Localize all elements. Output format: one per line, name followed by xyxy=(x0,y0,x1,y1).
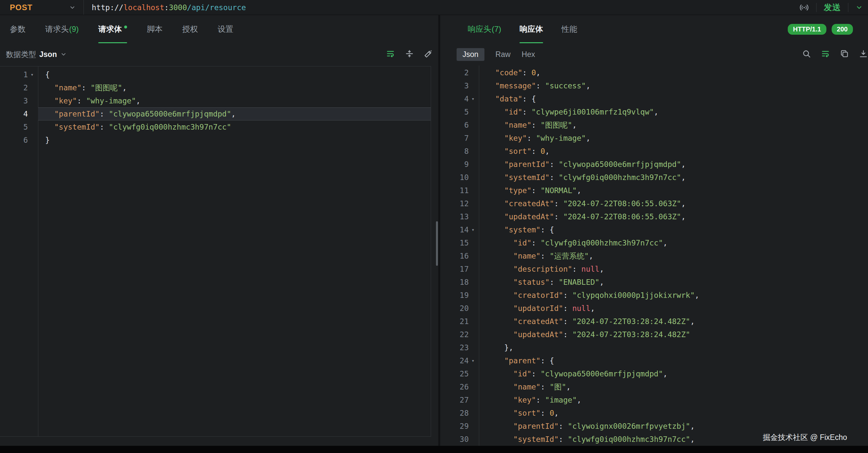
format-tab-json[interactable]: Json xyxy=(457,48,485,61)
code-line: 21 "createdAt": "2024-07-22T03:28:24.482… xyxy=(440,315,868,328)
fold-caret-icon[interactable]: ▾ xyxy=(29,68,35,81)
watermark: 掘金技术社区 @ FixEcho xyxy=(763,432,847,443)
format-tab-raw[interactable]: Raw xyxy=(496,50,510,59)
signal-icon[interactable] xyxy=(799,3,809,12)
tab-脚本[interactable]: 脚本 xyxy=(147,15,162,43)
response-body-viewer[interactable]: 2 "code": 0,3 "message": "success",4▾ "d… xyxy=(440,65,868,446)
code-text: "updatedAt": "2024-07-22T03:28:24.482Z" xyxy=(479,328,868,341)
line-gutter: 2 xyxy=(0,81,38,94)
code-text: "name": "图图呢", xyxy=(38,81,431,94)
topbar: POST http://localhost:3000/api/resource … xyxy=(0,0,868,15)
method-selector[interactable]: POST xyxy=(0,0,84,15)
datatype-selector[interactable]: 数据类型 Json xyxy=(6,50,67,60)
tab-参数[interactable]: 参数 xyxy=(10,15,26,43)
bottom-strip xyxy=(0,446,868,453)
code-text: "code": 0, xyxy=(479,66,868,79)
fold-caret-icon[interactable]: ▾ xyxy=(470,223,476,236)
tab-性能[interactable]: 性能 xyxy=(561,15,577,43)
scrollbar-thumb[interactable] xyxy=(436,221,438,266)
code-text: "systemId": "clywfg0iq000hzhmc3h97n7cc", xyxy=(479,171,868,184)
code-text: "sort": 0, xyxy=(479,407,868,420)
line-gutter: 10 xyxy=(440,171,479,184)
send-options-chevron-icon[interactable] xyxy=(856,4,863,11)
line-gutter: 5 xyxy=(0,121,38,134)
status-badge: HTTP/1.1 xyxy=(788,24,827,35)
line-number: 21 xyxy=(460,315,469,328)
line-number: 1 xyxy=(23,68,28,81)
line-number: 17 xyxy=(460,262,469,276)
response-panel: 响应头(7)响应体性能HTTP/1.1200 JsonRawHex 2 xyxy=(440,15,868,446)
tab-请求头[interactable]: 请求头(9) xyxy=(45,15,79,43)
code-text: } xyxy=(38,134,431,147)
format-wand-icon[interactable] xyxy=(424,49,433,60)
line-number: 2 xyxy=(464,66,469,79)
line-gutter: 20 xyxy=(440,302,479,315)
code-line: 25 "id": "clywopa65000e6mrfjpjqmdpd", xyxy=(440,367,868,380)
code-line: 18 "status": "ENABLED", xyxy=(440,276,868,289)
line-number: 3 xyxy=(464,79,469,92)
fold-caret-icon[interactable]: ▾ xyxy=(470,92,476,105)
code-text: "id": "clywpe6ji00106mrfz1q9vlqw", xyxy=(479,105,868,119)
line-gutter: 3 xyxy=(440,79,479,92)
code-text: "createdAt": "2024-07-22T08:06:55.063Z", xyxy=(479,197,868,210)
line-gutter: 30 xyxy=(440,433,479,446)
url-part-port: 3000 xyxy=(169,3,187,12)
code-line: 22 "updatedAt": "2024-07-22T03:28:24.482… xyxy=(440,328,868,341)
request-body-editor[interactable]: 1▾{2 "name": "图图呢",3 "key": "why-image",… xyxy=(0,66,431,436)
collapse-lines-icon[interactable] xyxy=(405,49,414,60)
line-gutter: 1▾ xyxy=(0,68,38,81)
code-line: 28 "sort": 0, xyxy=(440,407,868,420)
code-line: 16 "name": "运营系统", xyxy=(440,250,868,262)
line-number: 13 xyxy=(460,210,469,223)
tab-响应体[interactable]: 响应体 xyxy=(520,15,543,43)
code-text: "system": { xyxy=(479,223,868,236)
wrap-text-icon[interactable] xyxy=(386,49,395,60)
wrap-text-icon[interactable] xyxy=(821,49,830,60)
line-gutter: 11 xyxy=(440,184,479,197)
code-text: "createdAt": "2024-07-22T03:28:24.482Z", xyxy=(479,315,868,328)
line-gutter: 9 xyxy=(440,158,479,171)
url-input[interactable]: http://localhost:3000/api/resource xyxy=(84,0,799,15)
download-icon[interactable] xyxy=(859,49,868,60)
line-gutter: 22 xyxy=(440,328,479,341)
format-tab-hex[interactable]: Hex xyxy=(522,50,535,59)
code-line: 29 "parentId": "clywoignx00026mrfpvyetzb… xyxy=(440,420,868,433)
send-button[interactable]: 发送 xyxy=(824,2,841,13)
code-line: 6} xyxy=(0,134,431,147)
line-gutter: 6 xyxy=(0,134,38,147)
response-format-tabs: JsonRawHex xyxy=(457,48,535,61)
code-text: "key": "why-image", xyxy=(479,132,868,145)
code-text: "parentId": "clywopa65000e6mrfjpjqmdpd", xyxy=(479,158,868,171)
line-number: 10 xyxy=(460,171,469,184)
code-text: "parentId": "clywopa65000e6mrfjpjqmdpd", xyxy=(38,107,431,121)
search-icon[interactable] xyxy=(802,49,811,60)
code-line: 1▾{ xyxy=(0,68,431,81)
code-text: "updatorId": null, xyxy=(479,302,868,315)
line-gutter: 8 xyxy=(440,145,479,158)
status-badge: 200 xyxy=(832,24,853,35)
line-number: 28 xyxy=(460,407,469,420)
line-number: 18 xyxy=(460,276,469,289)
line-number: 14 xyxy=(460,223,469,236)
code-text: "systemId": "clywfg0iq000hzhmc3h97n7cc" xyxy=(38,121,431,134)
line-gutter: 4 xyxy=(0,107,38,121)
tab-请求体[interactable]: 请求体 xyxy=(98,15,127,43)
line-number: 6 xyxy=(23,134,28,147)
fold-caret-icon[interactable]: ▾ xyxy=(470,354,476,367)
tab-设置[interactable]: 设置 xyxy=(217,15,233,43)
request-panel: 参数请求头(9)请求体脚本授权设置 数据类型 Json xyxy=(0,15,438,446)
code-line: 17 "description": null, xyxy=(440,262,868,276)
code-text: "parentId": "clywoignx00026mrfpvyetzbj", xyxy=(479,420,868,433)
code-line: 2 "code": 0, xyxy=(440,66,868,79)
code-line: 19 "creatorId": "clypqohxi0000p1jjokixrw… xyxy=(440,289,868,302)
line-number: 7 xyxy=(464,132,469,145)
code-text: "data": { xyxy=(479,92,868,105)
status-badges: HTTP/1.1200 xyxy=(788,15,853,43)
code-text: "creatorId": "clypqohxi0000p1jjokixrwrk"… xyxy=(479,289,868,302)
line-gutter: 27 xyxy=(440,393,479,407)
tab-响应头[interactable]: 响应头(7) xyxy=(468,15,501,43)
tab-授权[interactable]: 授权 xyxy=(182,15,198,43)
code-line: 20 "updatorId": null, xyxy=(440,302,868,315)
copy-icon[interactable] xyxy=(840,49,849,60)
line-gutter: 23 xyxy=(440,341,479,354)
